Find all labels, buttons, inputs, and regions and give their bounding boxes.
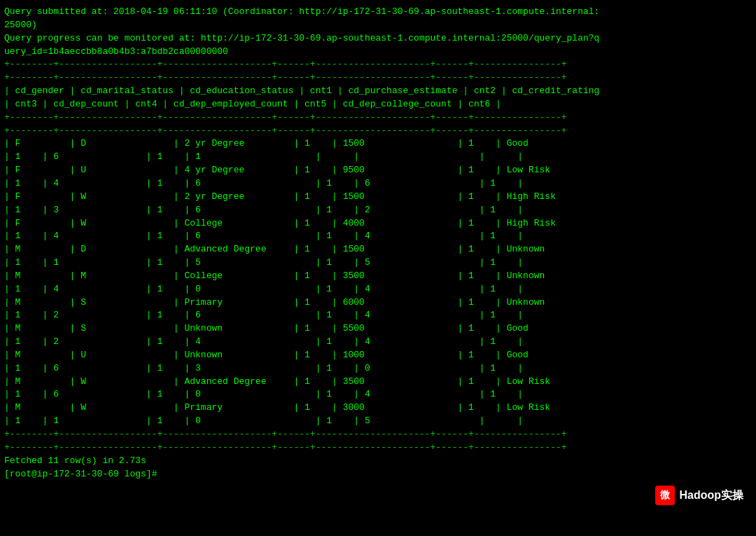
terminal-line: 25000): [4, 19, 752, 32]
terminal-line: | M | S | Unknown | 1 | 5500 | 1 | Good: [4, 322, 752, 336]
terminal-line: uery_id=1b4aeccbb8a0b4b3:a7bdb2ca0000000…: [4, 46, 752, 59]
terminal-line: | 1 | 4 | 1 | 0 | 1 | 4 | 1 |: [4, 283, 752, 296]
terminal-line: | F | W | 2 yr Degree | 1 | 1500 | 1 | H…: [4, 191, 752, 204]
terminal-line: +--------+------------------+-----------…: [4, 441, 752, 455]
terminal-line: | M | U | Unknown | 1 | 1000 | 1 | Good: [4, 349, 752, 362]
terminal-line: | F | W | College | 1 | 4000 | 1 | High …: [4, 217, 752, 231]
terminal-line: | M | W | Advanced Degree | 1 | 3500 | 1…: [4, 376, 752, 389]
terminal-line: | F | U | 4 yr Degree | 1 | 9500 | 1 | L…: [4, 164, 752, 177]
terminal-line: | M | M | College | 1 | 3500 | 1 | Unkno…: [4, 270, 752, 283]
terminal-line: | 1 | 6 | 1 | 1 | | | |: [4, 151, 752, 164]
terminal-line: [root@ip-172-31-30-69 logs]#: [4, 468, 752, 481]
terminal-line: | 1 | 6 | 1 | 3 | 1 | 0 | 1 |: [4, 362, 752, 376]
terminal-line: | 1 | 1 | 1 | 5 | 1 | 5 | 1 |: [4, 256, 752, 270]
terminal-line: +--------+------------------+-----------…: [4, 428, 752, 441]
terminal-line: | 1 | 1 | 1 | 0 | 1 | 5 | |: [4, 415, 752, 428]
terminal-line: | cd_gender | cd_marital_status | cd_edu…: [4, 85, 752, 98]
terminal-line: | 1 | 4 | 1 | 6 | 1 | 4 | 1 |: [4, 230, 752, 243]
terminal-line: | cnt3 | cd_dep_count | cnt4 | cd_dep_em…: [4, 98, 752, 111]
terminal-line: | 1 | 2 | 1 | 4 | 1 | 4 | 1 |: [4, 336, 752, 349]
terminal-line: +--------+------------------+-----------…: [4, 125, 752, 138]
terminal-line: | M | D | Advanced Degree | 1 | 1500 | 1…: [4, 243, 752, 256]
terminal-line: +--------+------------------+-----------…: [4, 71, 752, 85]
terminal-line: | M | W | Primary | 1 | 3000 | 1 | Low R…: [4, 401, 752, 415]
terminal-window: Query submitted at: 2018-04-19 06:11:10 …: [4, 6, 752, 530]
terminal-line: Query progress can be monitored at: http…: [4, 32, 752, 46]
terminal-line: Query submitted at: 2018-04-19 06:11:10 …: [4, 6, 752, 19]
terminal-line: +--------+------------------+-----------…: [4, 58, 752, 71]
terminal-line: | F | D | 2 yr Degree | 1 | 1500 | 1 | G…: [4, 137, 752, 151]
terminal-line: +--------+------------------+-----------…: [4, 111, 752, 125]
watermark-icon: 微: [655, 486, 675, 505]
terminal-line: | 1 | 3 | 1 | 6 | 1 | 2 | 1 |: [4, 204, 752, 217]
terminal-line: Fetched 11 row(s) in 2.73s: [4, 455, 752, 468]
terminal-line: | M | S | Primary | 1 | 6000 | 1 | Unkno…: [4, 296, 752, 310]
watermark-text: Hadoop实操: [679, 488, 743, 503]
terminal-line: | 1 | 4 | 1 | 6 | 1 | 6 | 1 |: [4, 177, 752, 191]
watermark: 微 Hadoop实操: [650, 483, 749, 508]
terminal-line: | 1 | 6 | 1 | 0 | 1 | 4 | 1 |: [4, 388, 752, 401]
terminal-line: | 1 | 2 | 1 | 6 | 1 | 4 | 1 |: [4, 309, 752, 322]
